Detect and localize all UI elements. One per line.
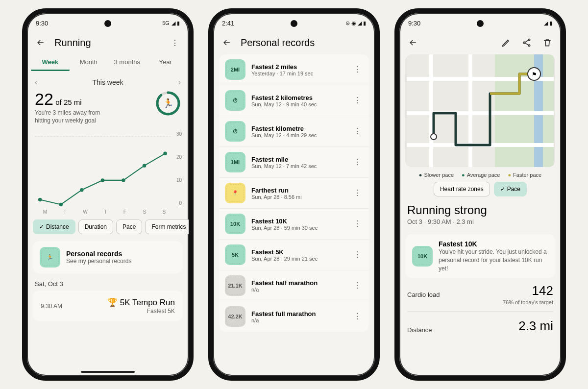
phone-running-overview: 9:30 5G ◢ ▮ Running ⋮ Week Month 3 month…: [22, 8, 194, 381]
more-icon[interactable]: ⋮: [168, 36, 182, 49]
record-row[interactable]: 📍Farthest runSun, Apr 28 · 8.56 mi⋮: [219, 178, 369, 209]
activity-subtitle: Fastest 5K: [68, 308, 175, 315]
activity-card[interactable]: 9:30 AM 🏆 5K Tempo Run Fastest 5K: [33, 291, 183, 321]
more-icon[interactable]: ⋮: [351, 251, 363, 259]
pr-badge: 10K: [412, 246, 433, 267]
svg-point-12: [528, 45, 530, 46]
back-icon[interactable]: [220, 36, 234, 49]
progress-row: 22 of 25 mi You're 3 miles away from hit…: [27, 89, 189, 128]
status-bar: 9:30 5G ◢ ▮: [27, 13, 189, 33]
status-icons: ⊝ ◉ ◢ ▮: [345, 20, 366, 26]
distance-chart[interactable]: 3020100 MTWTFSS: [35, 131, 181, 215]
date-header: Sat, Oct 3: [27, 273, 189, 291]
record-row[interactable]: ⏱Fastest 2 kilometresSun, May 12 · 9 min…: [219, 85, 369, 116]
pr-unlocked-card[interactable]: 10K Fastest 10K You've hit your stride. …: [405, 234, 555, 278]
record-row[interactable]: 1MIFastest mileSun, May 12 · 7 min 42 se…: [219, 147, 369, 178]
activity-title: 🏆 5K Tempo Run: [68, 297, 175, 308]
svg-text:⚑: ⚑: [532, 71, 537, 78]
svg-point-11: [523, 42, 525, 43]
status-bar: 2:41 ⊝ ◉ ◢ ▮: [213, 13, 375, 33]
record-row[interactable]: 2MIFastest 2 milesYesterday · 17 min 19 …: [219, 54, 369, 85]
chip-distance[interactable]: ✓ Distance: [33, 219, 75, 234]
prev-period-icon[interactable]: ‹: [35, 78, 37, 87]
svg-point-21: [431, 134, 437, 140]
more-icon[interactable]: ⋮: [351, 127, 363, 135]
metric-chips: ✓ Distance Duration Pace Form metrics: [27, 217, 189, 237]
delete-icon[interactable]: [540, 36, 554, 49]
record-title: Fastest full marathon: [251, 310, 345, 317]
home-indicator[interactable]: [81, 371, 135, 373]
edit-icon[interactable]: [499, 36, 513, 49]
tab-week[interactable]: Week: [31, 54, 70, 71]
record-badge: 1MI: [225, 152, 245, 172]
chip-form-metrics[interactable]: Form metrics: [145, 219, 189, 234]
more-icon[interactable]: ⋮: [351, 220, 363, 228]
legend-avg: Average pace: [462, 172, 500, 178]
more-icon[interactable]: ⋮: [351, 282, 363, 290]
record-badge: 2MI: [225, 59, 245, 80]
record-badge: 21.1K: [225, 275, 245, 296]
record-title: Fastest half marathon: [251, 279, 345, 287]
record-title: Fastest 5K: [251, 248, 345, 256]
svg-point-3: [38, 198, 42, 201]
status-icons: ◢ ▮: [544, 20, 552, 26]
status-time: 9:30: [408, 20, 420, 27]
more-icon[interactable]: ⋮: [351, 158, 363, 166]
distance-value: 2.3 mi: [518, 318, 553, 334]
overlay-toggle: Heart rate zones ✓ Pace: [399, 182, 561, 200]
record-row[interactable]: 10KFastest 10KSun, Apr 28 · 59 min 30 se…: [219, 209, 369, 240]
route-map[interactable]: ⚑: [405, 54, 555, 167]
page-title: Personal records: [241, 37, 368, 49]
pr-title: Personal records: [66, 250, 176, 258]
record-row[interactable]: ⏱Fastest kilometreSun, May 12 · 4 min 29…: [219, 116, 369, 147]
pr-subtitle: See my personal records: [66, 258, 176, 265]
distance-label: Distance: [407, 326, 432, 334]
record-subtitle: Sun, Apr 28 · 29 min 21 sec: [251, 256, 345, 262]
record-title: Fastest mile: [251, 156, 345, 163]
record-subtitle: Sun, May 12 · 9 min 40 sec: [251, 101, 345, 107]
goal-hint: You're 3 miles away from hitting your we…: [35, 109, 113, 124]
share-icon[interactable]: [520, 36, 534, 49]
more-icon[interactable]: ⋮: [351, 313, 363, 320]
chip-pace[interactable]: Pace: [116, 219, 142, 234]
record-row[interactable]: 42.2KFastest full marathonn/a⋮: [219, 301, 369, 332]
chip-duration[interactable]: Duration: [78, 219, 113, 234]
record-badge: 5K: [225, 244, 245, 265]
svg-rect-14: [495, 54, 554, 167]
tab-year[interactable]: Year: [147, 54, 185, 71]
record-title: Farthest run: [251, 187, 345, 194]
record-badge: 📍: [225, 183, 245, 203]
toggle-pace[interactable]: ✓ Pace: [494, 182, 527, 196]
record-subtitle: n/a: [251, 287, 345, 292]
header: [399, 33, 561, 54]
back-icon[interactable]: [406, 36, 420, 49]
record-row[interactable]: 5KFastest 5KSun, Apr 28 · 29 min 21 sec⋮: [219, 240, 369, 270]
divider: [407, 311, 553, 312]
status-time: 2:41: [222, 20, 234, 27]
progress-ring: 🏃: [155, 91, 181, 116]
phone-personal-records: 2:41 ⊝ ◉ ◢ ▮ Personal records 2MIFastest…: [208, 8, 380, 381]
header: Personal records: [213, 33, 375, 54]
next-period-icon[interactable]: ›: [178, 78, 181, 87]
legend-fast: Faster pace: [508, 172, 541, 178]
back-icon[interactable]: [34, 36, 48, 49]
more-icon[interactable]: ⋮: [351, 97, 363, 104]
tab-month[interactable]: Month: [70, 54, 108, 71]
record-title: Fastest 2 miles: [251, 63, 345, 71]
pace-legend: Slower pace Average pace Faster pace: [399, 167, 561, 182]
toggle-hr-zones[interactable]: Heart rate zones: [434, 182, 490, 196]
more-icon[interactable]: ⋮: [351, 66, 363, 73]
record-subtitle: Sun, May 12 · 7 min 42 sec: [251, 163, 345, 169]
pr-unlocked-title: Fastest 10K: [439, 240, 548, 248]
cardio-sub: 76% of today's target: [399, 299, 561, 309]
record-badge: ⏱: [225, 90, 245, 111]
cardio-label: Cardio load: [407, 291, 440, 298]
tab-3months[interactable]: 3 months: [108, 54, 147, 71]
svg-point-9: [163, 152, 167, 155]
period-nav: ‹ This week ›: [27, 71, 189, 89]
more-icon[interactable]: ⋮: [351, 189, 363, 197]
personal-records-card[interactable]: 🏃 Personal records See my personal recor…: [33, 241, 183, 273]
x-axis: MTWTFSS: [35, 209, 174, 215]
record-row[interactable]: 21.1KFastest half marathonn/a⋮: [219, 270, 369, 301]
record-title: Fastest 10K: [251, 218, 345, 225]
